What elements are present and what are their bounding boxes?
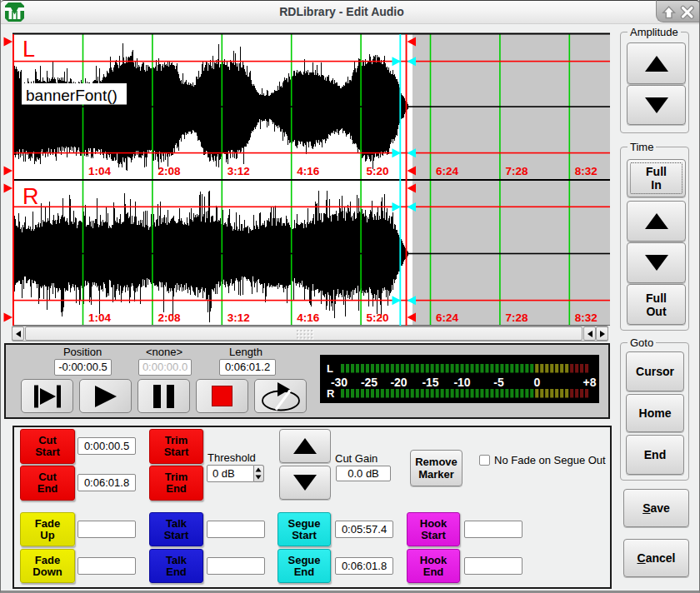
svg-text:-30: -30 (331, 376, 348, 389)
svg-text:7:28: 7:28 (505, 311, 528, 324)
svg-text:7:28: 7:28 (505, 165, 528, 177)
svg-text:L: L (327, 362, 333, 375)
svg-text:4:16: 4:16 (297, 311, 320, 324)
svg-text:0: 0 (534, 376, 541, 389)
svg-text:-10: -10 (453, 376, 470, 389)
svg-text:2:08: 2:08 (158, 311, 181, 324)
svg-text:-5: -5 (493, 376, 504, 389)
svg-text:4:16: 4:16 (297, 165, 320, 177)
svg-text:-20: -20 (390, 376, 407, 389)
svg-text:8:32: 8:32 (575, 311, 598, 324)
svg-text:5:20: 5:20 (367, 165, 389, 177)
svg-text:5:20: 5:20 (367, 311, 389, 324)
svg-text:R: R (22, 184, 39, 209)
svg-text:3:12: 3:12 (228, 165, 250, 177)
svg-text:1:04: 1:04 (88, 165, 112, 177)
svg-text:+8: +8 (583, 376, 597, 389)
svg-text:-15: -15 (422, 376, 438, 389)
svg-text:bannerFont(): bannerFont() (26, 87, 118, 104)
svg-text:R: R (327, 387, 335, 400)
svg-text:1:04: 1:04 (88, 311, 112, 324)
svg-text:L: L (22, 37, 35, 62)
svg-text:-25: -25 (361, 376, 378, 389)
svg-text:3:12: 3:12 (228, 311, 250, 324)
svg-text:6:24: 6:24 (436, 165, 459, 177)
svg-text:2:08: 2:08 (158, 165, 181, 177)
svg-text:6:24: 6:24 (436, 311, 459, 324)
svg-text:8:32: 8:32 (575, 165, 598, 177)
